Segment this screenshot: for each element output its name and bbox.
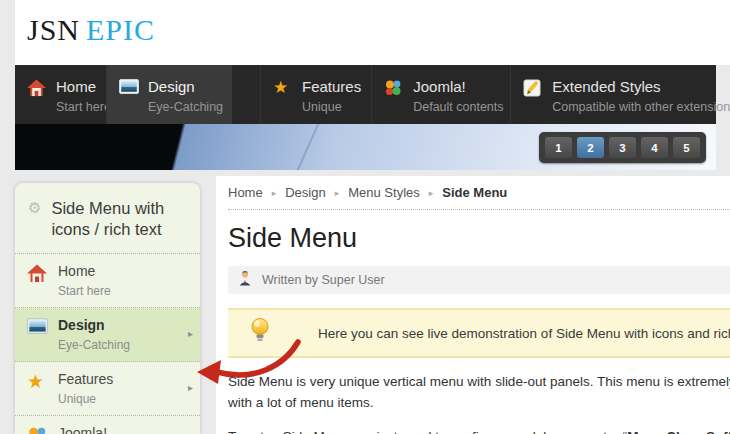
breadcrumb-home[interactable]: Home	[228, 185, 263, 200]
nav-sublabel: Unique	[302, 100, 361, 114]
info-note-text: Here you can see live demonstration of S…	[318, 326, 730, 341]
home-icon	[27, 79, 47, 124]
author-avatar-icon	[237, 270, 253, 290]
site-logo[interactable]: JSNEPIC	[27, 13, 155, 47]
joomla-icon	[384, 79, 404, 124]
pagination-button-5[interactable]: 5	[673, 137, 700, 158]
sidebar-item-joomla[interactable]: Joomla! Default contents ▸	[15, 416, 200, 434]
sidebar-item-sublabel: Unique	[58, 392, 113, 406]
nav-label: Design	[148, 78, 223, 95]
breadcrumb-separator-icon: ▸	[429, 188, 434, 198]
breadcrumb-current: Side Menu	[442, 185, 507, 200]
pagination-button-2[interactable]: 2	[577, 137, 604, 158]
sidebar-item-sublabel: Start here	[58, 284, 111, 298]
nav-item-joomla[interactable]: Joomla! Default contents	[371, 65, 510, 124]
banner-photo-detail	[294, 124, 321, 170]
sidebar-item-features[interactable]: ★ Features Unique ▸	[15, 362, 200, 416]
paragraph-text: To setup Side Menu you just need to conf…	[228, 429, 627, 434]
nav-sublabel: Compatible with other extensions	[552, 100, 730, 114]
sidebar-item-sublabel: Eye-Catching	[58, 338, 130, 352]
logo-jsn: JSN	[27, 13, 80, 46]
pagination-button-4[interactable]: 4	[641, 137, 668, 158]
sidebar-item-label: Design	[58, 317, 130, 334]
nav-label: Joomla!	[413, 78, 503, 95]
design-icon	[27, 318, 47, 352]
nav-label: Extended Styles	[552, 78, 730, 95]
breadcrumb-separator-icon: ▸	[335, 188, 340, 198]
breadcrumb-design[interactable]: Design	[285, 185, 325, 200]
joomla-icon	[27, 426, 47, 434]
side-menu-title: Side Menu with icons / rich text	[51, 198, 190, 240]
side-menu-title-row: ⚙ Side Menu with icons / rich text	[15, 183, 200, 254]
nav-item-extended-styles[interactable]: Extended Styles Compatible with other ex…	[510, 65, 730, 124]
sidebar-item-home[interactable]: Home Start here	[15, 254, 200, 308]
main-navigation: Home Start here Design Eye-Catching ★ Fe…	[15, 65, 716, 124]
nav-label: Home	[56, 78, 111, 95]
sidebar-item-label: Home	[58, 263, 111, 280]
nav-item-design[interactable]: Design Eye-Catching	[106, 65, 232, 124]
logo-epic: EPIC	[86, 13, 155, 46]
home-icon	[27, 264, 47, 298]
article-paragraph-2: To setup Side Menu you just need to conf…	[228, 426, 730, 434]
star-icon: ★	[27, 372, 47, 406]
nav-item-features[interactable]: ★ Features Unique	[260, 65, 371, 124]
nav-sublabel: Eye-Catching	[148, 100, 223, 114]
jsn-epic-demo-page: { "logo": {"jsn": "JSN", "epic": "EPIC"}…	[0, 0, 730, 434]
red-arrow-annotation	[190, 332, 312, 404]
sidebar-item-label: Features	[58, 371, 113, 388]
article-title: Side Menu	[228, 223, 730, 254]
divider	[228, 209, 730, 210]
pagination-button-3[interactable]: 3	[609, 137, 636, 158]
nav-label: Features	[302, 78, 361, 95]
article-byline-bar: Written by Super User	[228, 266, 730, 294]
breadcrumb-separator-icon: ▸	[272, 188, 277, 198]
side-menu-module: ⚙ Side Menu with icons / rich text Home …	[15, 183, 200, 434]
site-header: JSNEPIC	[15, 0, 730, 65]
slideshow-pagination: 1 2 3 4 5	[539, 132, 706, 163]
nav-sublabel: Start here	[56, 100, 111, 114]
pagination-button-1[interactable]: 1	[545, 137, 572, 158]
nav-sublabel: Default contents	[413, 100, 503, 114]
paragraph-bold-text: Menu Class Suffix	[627, 429, 730, 434]
banner-slideshow: 1 2 3 4 5	[15, 124, 716, 170]
sidebar-item-label: Joomla!	[58, 425, 145, 434]
design-icon	[119, 79, 139, 124]
sidebar-item-design[interactable]: Design Eye-Catching ▸	[15, 308, 200, 362]
gear-icon: ⚙	[28, 198, 41, 240]
breadcrumb: Home ▸ Design ▸ Menu Styles ▸ Side Menu	[228, 185, 730, 200]
breadcrumb-menu-styles[interactable]: Menu Styles	[348, 185, 420, 200]
nav-item-home[interactable]: Home Start here	[15, 65, 106, 124]
byline-text: Written by Super User	[262, 273, 385, 287]
star-icon: ★	[273, 79, 293, 124]
pencil-icon	[523, 79, 543, 124]
